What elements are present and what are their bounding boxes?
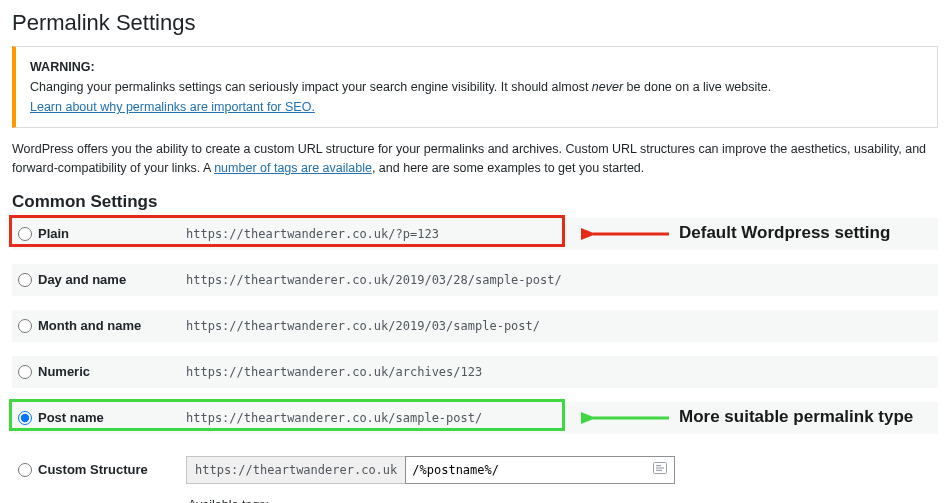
- warning-em: never: [592, 80, 623, 94]
- radio-dayname[interactable]: [18, 273, 32, 287]
- radio-numeric[interactable]: [18, 365, 32, 379]
- annotation-green-arrow: [581, 408, 671, 428]
- option-custom-row[interactable]: Custom Structure https://theartwanderer.…: [12, 448, 938, 492]
- warning-notice: WARNING: Changing your permalinks settin…: [12, 46, 938, 128]
- example-postname: https://theartwanderer.co.uk/sample-post…: [186, 411, 482, 425]
- annotation-suitable-label: More suitable permalink type: [679, 407, 913, 427]
- annotation-red-arrow: [581, 224, 671, 244]
- option-dayname-row[interactable]: Day and name https://theartwanderer.co.u…: [12, 264, 938, 296]
- radio-monthname[interactable]: [18, 319, 32, 333]
- warning-text-a: Changing your permalinks settings can se…: [30, 80, 592, 94]
- label-numeric: Numeric: [36, 364, 186, 379]
- option-monthname-row[interactable]: Month and name https://theartwanderer.co…: [12, 310, 938, 342]
- warning-text-b: be done on a live website.: [623, 80, 771, 94]
- custom-structure-input[interactable]: [405, 456, 675, 484]
- example-numeric: https://theartwanderer.co.uk/archives/12…: [186, 365, 482, 379]
- label-plain: Plain: [36, 226, 186, 241]
- label-monthname: Month and name: [36, 318, 186, 333]
- label-dayname: Day and name: [36, 272, 186, 287]
- common-settings-heading: Common Settings: [12, 192, 938, 212]
- label-custom: Custom Structure: [36, 462, 186, 477]
- intro-tags-link[interactable]: number of tags are available: [214, 161, 372, 175]
- custom-url-prefix: https://theartwanderer.co.uk: [186, 456, 405, 484]
- label-postname: Post name: [36, 410, 186, 425]
- radio-postname[interactable]: [18, 411, 32, 425]
- example-dayname: https://theartwanderer.co.uk/2019/03/28/…: [186, 273, 562, 287]
- radio-plain[interactable]: [18, 227, 32, 241]
- warning-seo-link[interactable]: Learn about why permalinks are important…: [30, 100, 315, 114]
- intro-paragraph: WordPress offers you the ability to crea…: [12, 140, 938, 178]
- available-tags-label: Available tags:: [188, 498, 938, 504]
- page-title: Permalink Settings: [12, 10, 938, 36]
- option-numeric-row[interactable]: Numeric https://theartwanderer.co.uk/arc…: [12, 356, 938, 388]
- annotation-default-label: Default Wordpress setting: [679, 223, 890, 243]
- example-monthname: https://theartwanderer.co.uk/2019/03/sam…: [186, 319, 540, 333]
- intro-text-b: , and here are some examples to get you …: [372, 161, 644, 175]
- warning-heading: WARNING:: [30, 60, 95, 74]
- example-plain: https://theartwanderer.co.uk/?p=123: [186, 227, 439, 241]
- radio-custom[interactable]: [18, 463, 32, 477]
